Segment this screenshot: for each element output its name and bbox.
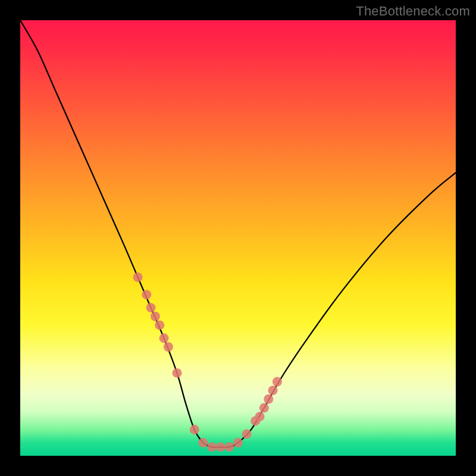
sample-point [159,333,169,343]
chart-stage: TheBottleneck.com [0,0,476,476]
plot-area [20,20,456,456]
watermark-text: TheBottleneck.com [356,4,470,19]
sample-point [198,438,208,447]
sample-point [155,320,164,330]
sample-point [173,368,182,378]
sample-point [207,442,217,452]
sample-point [151,312,160,321]
sample-point [190,425,199,434]
sample-point [142,290,151,299]
sample-point [146,303,156,312]
sample-point [273,377,282,387]
sampled-points-group [133,273,282,452]
sample-point [259,403,269,412]
sample-point [224,442,234,452]
points-layer [20,20,456,456]
sample-point [133,273,143,282]
sample-point [242,429,252,439]
sample-point [233,438,243,447]
sample-point [255,412,265,421]
sample-point [264,394,273,404]
sample-point [164,342,173,352]
sample-point [268,386,278,395]
sample-point [216,442,226,452]
